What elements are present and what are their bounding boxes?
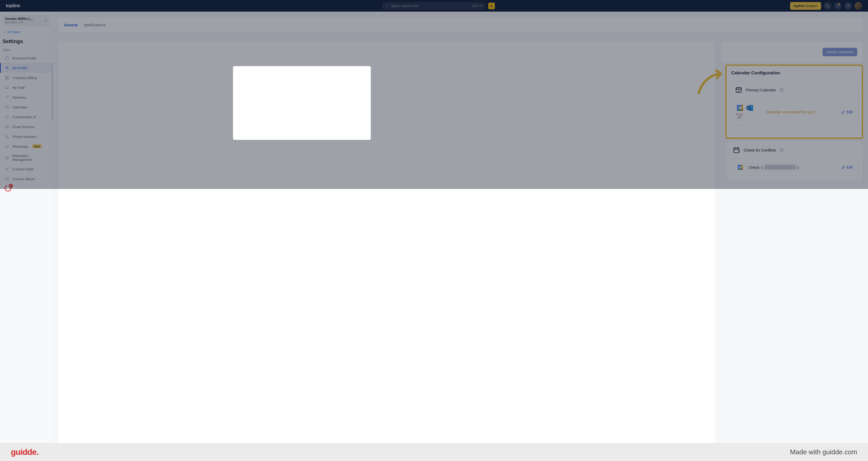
phone-icon xyxy=(826,4,830,8)
svg-text:O: O xyxy=(747,106,749,109)
sidebar-item-label: WhatsApp xyxy=(12,145,28,148)
global-search[interactable]: Ctrl + K xyxy=(382,2,486,10)
sidebar-item-custom-values[interactable]: Custom Values xyxy=(0,174,53,184)
chat-icon xyxy=(5,115,9,119)
mail-icon xyxy=(5,125,9,129)
info-icon[interactable]: i xyxy=(780,88,784,92)
sidebar-item-calendars[interactable]: Calendars xyxy=(0,102,53,112)
conflicts-card: Check for Conflicts i 31 Check () Edit xyxy=(727,142,862,180)
sidebar-item-pipelines[interactable]: Pipelines xyxy=(0,92,53,102)
laptop-icon xyxy=(5,86,9,90)
sidebar-item-my-profile[interactable]: My Profile xyxy=(0,63,53,73)
chevron-left-icon xyxy=(3,30,6,34)
edit-icon xyxy=(841,110,845,114)
apple-calendar-icon: Monday 17 xyxy=(736,113,743,121)
filter-icon xyxy=(5,95,9,99)
nav-list: Business Profile My Profile Company Bill… xyxy=(0,53,53,192)
edit-icon xyxy=(841,165,845,169)
support-brand: topline xyxy=(794,4,805,8)
grid-icon xyxy=(5,75,9,80)
sidebar-item-label: My Profile xyxy=(12,66,27,70)
made-with-text: Made with guidde.com xyxy=(790,448,857,456)
count-badge: 2 xyxy=(9,184,13,188)
sidebar-item-label: Custom Values xyxy=(12,177,35,181)
conflicts-title: Check for Conflicts xyxy=(744,148,776,152)
sidebar-scrollbar[interactable] xyxy=(52,63,53,120)
support-button[interactable]: topline Support xyxy=(790,2,821,10)
conflicts-head: Check for Conflicts i xyxy=(731,146,858,154)
calendar-icon xyxy=(5,105,9,109)
sidebar-item-label: Pipelines xyxy=(12,95,26,99)
sidebar-extra-indicator[interactable]: 2 xyxy=(5,185,12,192)
svg-text:31: 31 xyxy=(739,106,741,109)
sidebar-item-business-profile[interactable]: Business Profile xyxy=(0,53,53,63)
help-button[interactable] xyxy=(844,2,852,10)
top-right-group: topline Support xyxy=(790,2,862,10)
availability-card: Update Availability xyxy=(722,41,862,62)
svg-rect-31 xyxy=(742,168,743,170)
search-input[interactable] xyxy=(391,4,472,8)
primary-calendar-edit-link[interactable]: Edit xyxy=(841,110,853,114)
sidebar-item-label: Custom Fields xyxy=(12,167,34,171)
primary-calendar-body: 31 O Monday 17 Calendar not selected for… xyxy=(730,98,859,126)
settings-heading: Settings xyxy=(3,38,50,44)
svg-rect-7 xyxy=(7,78,8,79)
edit-icon xyxy=(5,167,9,171)
svg-point-0 xyxy=(386,5,388,7)
sidebar-item-my-staff[interactable]: My Staff xyxy=(0,83,53,92)
conflicts-body: 31 Check () Edit xyxy=(731,159,858,176)
conflicts-edit-link[interactable]: Edit xyxy=(841,165,853,169)
check-label: Check xyxy=(748,165,760,170)
tab-notifications[interactable]: Notifications xyxy=(84,23,106,27)
database-icon xyxy=(5,177,9,181)
content-area: Update Availability Calendar Configurati… xyxy=(59,40,862,461)
briefcase-icon xyxy=(5,56,9,60)
sidebar-item-phone-numbers[interactable]: Phone Numbers xyxy=(0,132,53,142)
go-back-link[interactable]: Go Back xyxy=(3,30,50,34)
svg-rect-19 xyxy=(742,110,743,111)
search-shortcut: Ctrl + K xyxy=(472,4,483,8)
edit-label: Edit xyxy=(846,165,853,169)
sidebar-item-company-billing[interactable]: Company Billing xyxy=(0,73,53,83)
sidebar-item-conversation-ai[interactable]: Conversation AI xyxy=(0,112,53,122)
svg-rect-8 xyxy=(6,86,8,88)
account-selector[interactable]: Dunder Mifflin [D… Scranton, PA xyxy=(3,15,50,26)
sidebar-item-whatsapp[interactable]: WhatsAppbeta xyxy=(0,142,53,151)
primary-calendar-head: Primary Calendar i xyxy=(730,82,859,98)
apple-cal-day: Monday xyxy=(736,113,743,115)
tab-general[interactable]: General xyxy=(64,23,78,27)
account-name: Dunder Mifflin [D… xyxy=(5,17,34,21)
svg-rect-9 xyxy=(5,106,8,109)
edit-label: Edit xyxy=(846,110,853,114)
sidebar-item-email-services[interactable]: Email Services xyxy=(0,122,53,132)
bolt-icon xyxy=(490,4,493,8)
footer-watermark: guidde. Made with guidde.com xyxy=(0,443,868,461)
svg-point-12 xyxy=(6,177,8,178)
whatsapp-icon xyxy=(5,144,9,148)
update-availability-button[interactable]: Update Availability xyxy=(823,48,857,56)
conflicts-check-text: Check () xyxy=(748,165,799,170)
svg-rect-5 xyxy=(7,76,8,78)
outlook-icon: O xyxy=(745,103,754,112)
user-avatar[interactable] xyxy=(855,2,862,10)
google-calendar-icon: 31 xyxy=(737,164,744,171)
guidde-logo: guidde. xyxy=(11,447,38,457)
phone-button[interactable] xyxy=(824,2,831,10)
svg-rect-4 xyxy=(5,76,7,78)
info-icon[interactable]: i xyxy=(780,148,784,152)
sidebar-item-custom-fields[interactable]: Custom Fields xyxy=(0,164,53,174)
phone-icon xyxy=(5,134,9,139)
user-icon xyxy=(5,66,9,70)
app-logo: topline xyxy=(6,3,20,8)
calendar-check-icon xyxy=(735,86,742,93)
sidebar-item-label: Phone Numbers xyxy=(12,135,37,139)
bolt-button[interactable] xyxy=(488,3,495,9)
sidebar: Dunder Mifflin [D… Scranton, PA Go Back … xyxy=(0,11,53,461)
google-calendar-icon: 31 xyxy=(736,103,744,112)
help-icon xyxy=(846,4,850,8)
section-apps-label: Apps xyxy=(3,48,50,52)
sidebar-item-reputation-management[interactable]: Reputation Management xyxy=(0,151,53,164)
chevron-down-icon xyxy=(44,19,48,23)
notifications-button[interactable] xyxy=(834,2,842,10)
redacted-email xyxy=(764,165,796,170)
